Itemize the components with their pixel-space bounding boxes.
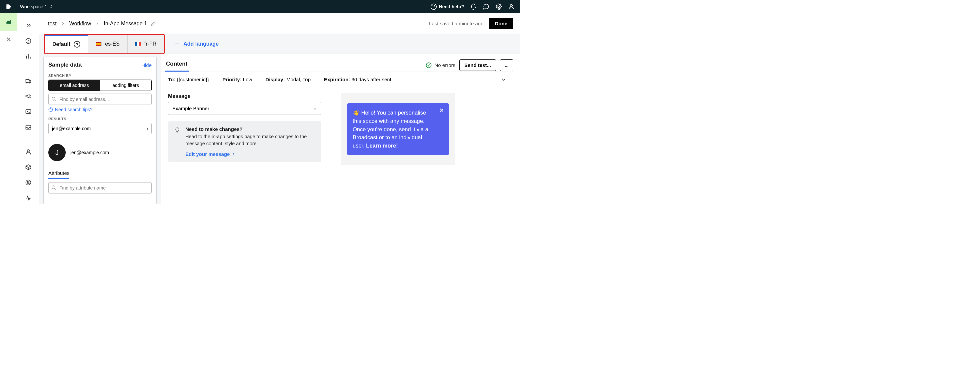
hide-sample-data-link[interactable]: Hide bbox=[142, 62, 152, 68]
sidebar-item-dashboard[interactable] bbox=[22, 35, 35, 47]
results-select[interactable]: jen@example.com bbox=[48, 123, 152, 134]
sidebar-item-transactional[interactable] bbox=[22, 106, 35, 117]
sidebar-collapse[interactable] bbox=[22, 19, 35, 31]
svg-point-10 bbox=[27, 181, 29, 183]
chevron-down-icon[interactable] bbox=[501, 77, 507, 82]
summary-display-label: Display: bbox=[265, 77, 285, 82]
need-help-link[interactable]: Need help? bbox=[430, 3, 464, 10]
search-tips-link[interactable]: Need search tips? bbox=[48, 107, 152, 112]
last-saved-text: Last saved a minute ago bbox=[429, 21, 483, 26]
pencil-icon[interactable] bbox=[150, 21, 156, 26]
help-label: Need help? bbox=[439, 4, 464, 9]
search-tips-label: Need search tips? bbox=[55, 107, 93, 112]
language-tab-label: es-ES bbox=[105, 41, 120, 47]
edit-message-link[interactable]: Edit your message bbox=[185, 151, 235, 157]
sidebar-item-deliveries[interactable] bbox=[22, 121, 35, 133]
summary-display-value: Modal, Top bbox=[286, 77, 311, 82]
attribute-search-input[interactable] bbox=[48, 182, 152, 193]
add-language-label: Add language bbox=[183, 41, 219, 47]
sidebar-item-activity[interactable] bbox=[22, 192, 35, 204]
terminal-icon bbox=[25, 108, 32, 115]
box-icon bbox=[25, 164, 32, 171]
more-actions-button[interactable]: ... bbox=[500, 59, 513, 71]
person-icon bbox=[25, 149, 32, 155]
summary-expiration-value: 30 days after sent bbox=[352, 77, 391, 82]
megaphone-icon bbox=[25, 93, 32, 100]
user-icon[interactable] bbox=[508, 3, 515, 10]
svg-point-8 bbox=[27, 150, 29, 152]
language-tab-label: fr-FR bbox=[144, 41, 156, 47]
workspace-name: Workspace 1 bbox=[20, 4, 47, 9]
preview-banner: 👋 Hello! You can personalise this space … bbox=[347, 103, 449, 155]
summary-priority-label: Priority: bbox=[222, 77, 242, 82]
chevron-down-icon: ▾ bbox=[147, 127, 148, 131]
summary-expiration-label: Expiration: bbox=[324, 77, 350, 82]
profile-row: J jen@example.com bbox=[44, 139, 156, 166]
svg-point-2 bbox=[510, 4, 513, 7]
no-errors-label: No errors bbox=[434, 62, 455, 68]
sidebar-item-segments[interactable] bbox=[22, 177, 35, 188]
user-circle-icon bbox=[25, 179, 32, 186]
breadcrumb-current: In-App Message 1 bbox=[103, 21, 147, 27]
updown-icon bbox=[50, 4, 53, 9]
email-search-input[interactable] bbox=[48, 93, 152, 105]
topbar: Workspace 1 Need help? bbox=[0, 0, 520, 13]
message-template-select[interactable]: Example Banner bbox=[168, 102, 321, 115]
message-summary-bar[interactable]: To: {{customer.id}} Priority: Low Displa… bbox=[161, 71, 513, 87]
send-test-button[interactable]: Send test... bbox=[459, 59, 496, 71]
sidebar-item-journeys[interactable] bbox=[22, 74, 35, 87]
inbox-icon bbox=[25, 124, 32, 131]
breadcrumb: test Workflow In-App Message 1 bbox=[48, 21, 156, 27]
sidebar-item-analytics[interactable] bbox=[22, 50, 35, 62]
help-icon bbox=[430, 3, 437, 10]
chat-icon[interactable] bbox=[483, 3, 489, 10]
breadcrumb-item-workflow[interactable]: Workflow bbox=[69, 21, 91, 27]
content-panel: Content No errors Send test... ... To: {… bbox=[161, 54, 520, 204]
language-tab-fr[interactable]: fr-FR bbox=[127, 35, 164, 53]
sidebar-item-people[interactable] bbox=[22, 146, 35, 158]
chevron-right-icon bbox=[232, 152, 235, 156]
avatar: J bbox=[48, 144, 66, 161]
search-mode-email[interactable]: email address bbox=[49, 80, 100, 90]
banner-emoji: 👋 bbox=[353, 109, 360, 116]
gear-icon[interactable] bbox=[495, 3, 502, 10]
summary-priority-value: Low bbox=[243, 77, 252, 82]
truck-icon bbox=[25, 78, 32, 84]
gauge-icon bbox=[25, 38, 32, 44]
sidebar-item-content[interactable] bbox=[22, 161, 35, 173]
no-errors-indicator: No errors bbox=[426, 62, 455, 68]
banner-cta: Learn more! bbox=[366, 142, 398, 149]
bell-icon[interactable] bbox=[470, 3, 477, 10]
tab-attributes[interactable]: Attributes bbox=[48, 170, 69, 179]
workspace-switcher[interactable]: Workspace 1 bbox=[20, 4, 53, 9]
hint-title: Need to make changes? bbox=[185, 126, 315, 132]
sidebar-item-broadcasts[interactable] bbox=[22, 90, 35, 102]
add-language-button[interactable]: Add language bbox=[170, 41, 223, 47]
chevron-down-icon bbox=[313, 106, 317, 111]
app-logo-icon bbox=[5, 3, 12, 10]
done-button[interactable]: Done bbox=[489, 18, 514, 29]
lightbulb-icon bbox=[174, 127, 181, 133]
product-icon bbox=[5, 19, 12, 25]
results-label: RESULTS bbox=[48, 117, 152, 121]
sample-data-panel: Sample data Hide SEARCH BY email address… bbox=[39, 54, 161, 204]
svg-rect-4 bbox=[25, 79, 29, 82]
language-tab-es[interactable]: es-ES bbox=[88, 35, 127, 53]
breadcrumb-row: test Workflow In-App Message 1 Last save… bbox=[39, 13, 520, 34]
svg-point-1 bbox=[498, 6, 500, 8]
language-tabs: Default ? es-ES fr-FR bbox=[44, 34, 165, 54]
product-active[interactable] bbox=[0, 13, 18, 31]
help-icon bbox=[48, 107, 53, 112]
bar-chart-icon bbox=[25, 53, 32, 60]
language-tab-label: Default bbox=[52, 41, 70, 47]
tab-content[interactable]: Content bbox=[165, 59, 189, 71]
chevron-right-icon bbox=[60, 21, 65, 26]
language-tab-default[interactable]: Default ? bbox=[45, 35, 88, 53]
help-icon: ? bbox=[74, 41, 80, 47]
close-icon[interactable] bbox=[439, 107, 445, 113]
search-by-label: SEARCH BY bbox=[48, 74, 152, 78]
search-mode-filters[interactable]: adding filters bbox=[100, 80, 151, 90]
svg-rect-7 bbox=[25, 110, 31, 114]
product-secondary[interactable] bbox=[0, 31, 18, 48]
breadcrumb-item-test[interactable]: test bbox=[48, 21, 57, 27]
